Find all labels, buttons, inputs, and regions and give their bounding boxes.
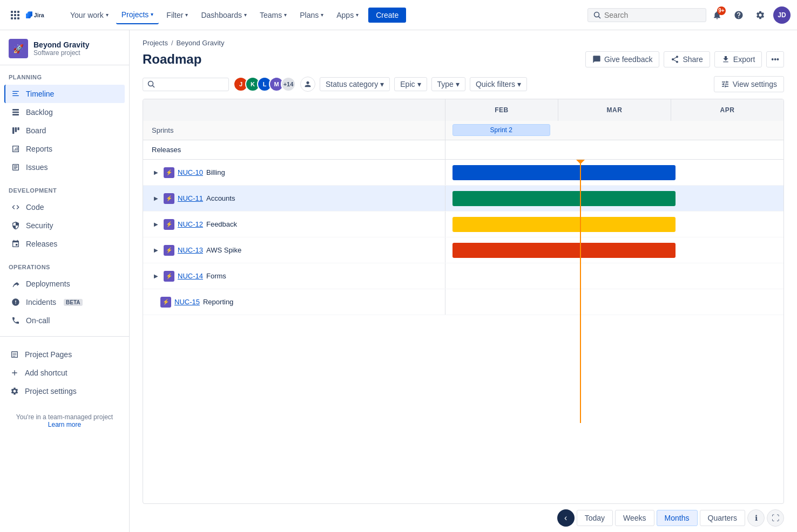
development-label: DEVELOPMENT <box>4 187 125 198</box>
sidebar-item-security[interactable]: Security <box>4 216 125 235</box>
expand-icon[interactable]: ▶ <box>152 246 160 255</box>
sidebar-item-reports[interactable]: Reports <box>4 140 125 158</box>
issue-right <box>445 160 784 185</box>
sidebar-item-board[interactable]: Board <box>4 121 125 140</box>
add-shortcut-icon <box>10 368 19 378</box>
page-title: Roadmap <box>143 52 201 67</box>
weeks-button[interactable]: Weeks <box>615 510 654 526</box>
sidebar-item-timeline[interactable]: Timeline <box>4 85 125 103</box>
prev-button[interactable]: ‹ <box>557 509 575 527</box>
sidebar-item-add-shortcut[interactable]: Add shortcut <box>4 364 125 382</box>
sidebar-item-code[interactable]: Code <box>4 198 125 216</box>
more-icon: ••• <box>771 55 779 64</box>
sidebar-planning-section: PLANNING Timeline Backlog Board <box>0 65 129 179</box>
project-settings-icon <box>10 386 19 396</box>
sidebar-item-label: Issues <box>26 163 48 172</box>
quarters-button[interactable]: Quarters <box>700 510 745 526</box>
feedback-icon <box>592 55 601 64</box>
sidebar-item-issues[interactable]: Issues <box>4 158 125 176</box>
issue-key[interactable]: NUC-12 <box>178 220 203 228</box>
search-input[interactable] <box>604 11 691 19</box>
nav-filter[interactable]: Filter ▾ <box>161 6 193 24</box>
chevron-down-icon: ▾ <box>185 12 188 18</box>
share-button[interactable]: Share <box>664 51 710 67</box>
months-button[interactable]: Months <box>657 510 698 526</box>
expand-icon[interactable]: ▶ <box>152 272 160 281</box>
sidebar-item-incidents[interactable]: Incidents BETA <box>4 293 125 311</box>
gantt-bar-feedback[interactable] <box>452 217 676 232</box>
expand-icon[interactable]: ▶ <box>152 194 160 203</box>
user-avatar[interactable]: JD <box>773 6 791 24</box>
sidebar-item-project-settings[interactable]: Project settings <box>4 382 125 400</box>
nav-dashboards[interactable]: Dashboards ▾ <box>195 6 252 24</box>
breadcrumb-project[interactable]: Beyond Gravity <box>177 39 225 47</box>
table-row: ⚡ NUC-15 Reporting <box>143 289 784 315</box>
issue-key[interactable]: NUC-15 <box>174 298 200 306</box>
issue-summary: Forms <box>206 272 226 280</box>
type-button[interactable]: Type ▾ <box>431 77 465 91</box>
gantt-bar-accounts[interactable] <box>452 191 676 206</box>
quick-filters-button[interactable]: Quick filters ▾ <box>470 77 527 91</box>
breadcrumb-projects[interactable]: Projects <box>143 39 168 47</box>
issue-key[interactable]: NUC-13 <box>178 246 203 254</box>
table-row: ▶ ⚡ NUC-11 Accounts <box>143 186 784 212</box>
issue-key[interactable]: NUC-14 <box>178 272 203 280</box>
jira-logo[interactable]: Jira <box>26 8 58 23</box>
gantt-bar-billing[interactable] <box>452 165 676 180</box>
timeline-header: FEB MAR APR <box>143 99 784 121</box>
expand-icon[interactable]: ▶ <box>152 168 160 177</box>
issue-key[interactable]: NUC-11 <box>178 194 203 202</box>
project-pages-icon <box>10 350 19 359</box>
view-settings-button[interactable]: View settings <box>714 76 784 92</box>
sidebar-item-label: Reports <box>26 145 52 153</box>
help-button[interactable] <box>730 6 747 24</box>
status-category-button[interactable]: Status category ▾ <box>320 77 390 91</box>
issue-type-icon: ⚡ <box>164 271 174 282</box>
chevron-down-icon: ▾ <box>456 80 460 88</box>
sidebar-item-label: Incidents <box>26 298 56 306</box>
avatar-group[interactable]: J K L M +14 <box>233 77 296 92</box>
grid-menu-icon[interactable] <box>6 6 24 24</box>
sidebar-development-section: DEVELOPMENT Code Security Releases <box>0 179 129 255</box>
issue-left: ▶ ⚡ NUC-13 AWS Spike <box>143 237 445 263</box>
issue-summary: AWS Spike <box>206 246 241 254</box>
nav-projects[interactable]: Projects ▾ <box>116 6 159 24</box>
gantt-bar-awsspike[interactable] <box>452 243 676 258</box>
today-button[interactable]: Today <box>577 510 613 526</box>
feedback-button[interactable]: Give feedback <box>585 51 660 67</box>
sidebar-item-oncall[interactable]: On-call <box>4 311 125 330</box>
search-box[interactable] <box>587 8 706 22</box>
svg-line-22 <box>153 86 155 88</box>
epic-button[interactable]: Epic ▾ <box>394 77 427 91</box>
svg-rect-1 <box>14 11 16 13</box>
issue-key[interactable]: NUC-10 <box>178 168 203 176</box>
issue-left: ▶ ⚡ NUC-14 Forms <box>143 263 445 289</box>
info-button[interactable]: ℹ <box>747 509 765 527</box>
expand-icon[interactable]: ▶ <box>152 220 160 229</box>
fullscreen-button[interactable]: ⛶ <box>767 509 784 527</box>
svg-line-11 <box>599 16 601 18</box>
sidebar-item-backlog[interactable]: Backlog <box>4 103 125 121</box>
chevron-down-icon: ▾ <box>417 80 421 88</box>
person-filter-button[interactable] <box>300 77 315 92</box>
sidebar-item-releases[interactable]: Releases <box>4 235 125 253</box>
toolbar-search[interactable] <box>143 78 229 91</box>
export-button[interactable]: Export <box>714 51 762 67</box>
settings-button[interactable] <box>752 6 769 24</box>
notifications-button[interactable]: 9+ <box>708 6 726 24</box>
more-options-button[interactable]: ••• <box>766 51 784 67</box>
learn-more-link[interactable]: Learn more <box>48 421 81 428</box>
project-pages-label: Project Pages <box>25 350 72 359</box>
sidebar-item-project-pages[interactable]: Project Pages <box>4 345 125 364</box>
sidebar-item-deployments[interactable]: Deployments <box>4 275 125 293</box>
nav-teams[interactable]: Teams ▾ <box>254 6 292 24</box>
gantt-body: ▶ ⚡ NUC-10 Billing ▶ ⚡ NUC-11 A <box>143 160 784 423</box>
month-mar: MAR <box>558 99 671 121</box>
toolbar-search-input[interactable] <box>157 80 211 88</box>
notification-count: 9+ <box>717 6 726 15</box>
security-icon <box>11 221 21 230</box>
nav-plans[interactable]: Plans ▾ <box>294 6 329 24</box>
create-button[interactable]: Create <box>368 8 406 23</box>
nav-your-work[interactable]: Your work ▾ <box>65 6 114 24</box>
nav-apps[interactable]: Apps ▾ <box>331 6 364 24</box>
